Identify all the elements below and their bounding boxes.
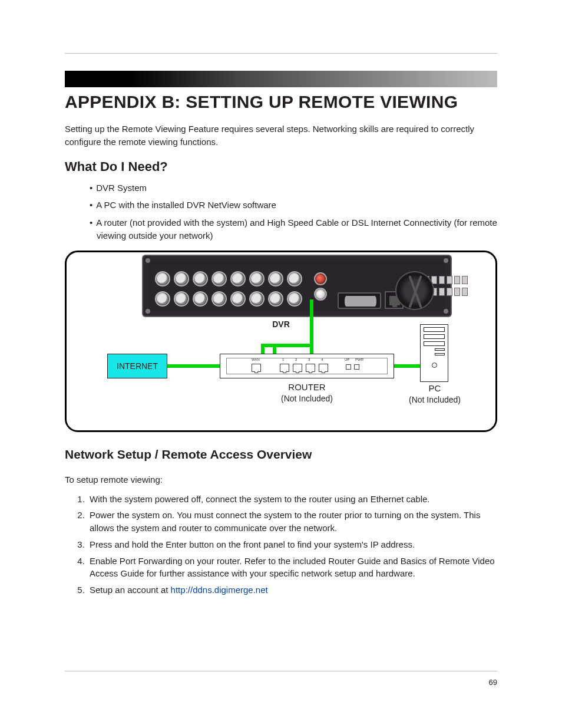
ethernet-cable xyxy=(310,299,313,358)
dvr-unit xyxy=(143,256,451,316)
led-icon xyxy=(354,364,359,370)
router-led-label: UP xyxy=(345,358,349,361)
vga-port xyxy=(345,296,376,307)
page-number: 69 xyxy=(489,678,497,687)
pc-drive-bay xyxy=(424,341,445,346)
bnc-port xyxy=(230,291,246,307)
rca-white xyxy=(314,288,327,301)
appendix-title: APPENDIX B: SETTING UP REMOTE VIEWING xyxy=(65,92,497,112)
rca-red xyxy=(314,272,327,285)
bottom-rule xyxy=(65,671,497,671)
pc-label: PC xyxy=(396,383,473,393)
network-diagram: DVR INTERNET WAN 1 2 xyxy=(65,251,497,432)
bnc-port xyxy=(211,291,227,307)
router-lan-port xyxy=(306,364,315,372)
router-faceplate: WAN 1 2 3 4 UP PWR xyxy=(226,358,388,374)
overview-heading: Network Setup / Remote Access Overview xyxy=(65,447,497,462)
router-port-label: 4 xyxy=(321,358,323,361)
top-rule xyxy=(65,53,497,54)
setup-steps: With the system powered off, connect the… xyxy=(65,493,497,597)
router-lan-port xyxy=(280,364,289,372)
list-item: A PC with the installed DVR NetView soft… xyxy=(90,199,497,212)
router-leds xyxy=(346,364,359,370)
page-content: APPENDIX B: SETTING UP REMOTE VIEWING Se… xyxy=(65,71,497,597)
ddns-link[interactable]: http://ddns.digimerge.net xyxy=(171,585,268,595)
overview-lead: To setup remote viewing: xyxy=(65,475,497,485)
heading-gradient-bar xyxy=(65,71,497,87)
dvr-fan-icon xyxy=(395,271,434,310)
step5-prefix: Setup an account at xyxy=(90,585,171,595)
router-lan-port xyxy=(293,364,302,372)
pc-floppy-bay xyxy=(435,348,445,351)
list-item: Press and hold the Enter button on the f… xyxy=(87,538,497,551)
router-port-label: 2 xyxy=(295,358,297,361)
router-port-label: 3 xyxy=(308,358,310,361)
bnc-port xyxy=(193,291,208,307)
what-do-i-need-heading: What Do I Need? xyxy=(65,159,497,174)
internet-box: INTERNET xyxy=(107,354,167,378)
list-item: Enable Port Forwarding on your router. R… xyxy=(87,555,497,581)
pc-tower xyxy=(420,324,448,382)
internet-label: INTERNET xyxy=(117,361,158,371)
router-label: ROUTER xyxy=(220,382,394,392)
list-item: DVR System xyxy=(90,182,497,195)
bnc-port xyxy=(155,271,170,286)
bnc-port xyxy=(268,271,283,286)
diagram-frame: DVR INTERNET WAN 1 2 xyxy=(65,251,497,432)
list-item: A router (not provided with the system) … xyxy=(90,216,497,242)
dvr-bnc-ports xyxy=(155,270,308,310)
list-item: With the system powered off, connect the… xyxy=(87,493,497,506)
screw-icon xyxy=(146,258,150,263)
dvr-audio-ports xyxy=(314,270,327,303)
list-item: Power the system on. You must connect th… xyxy=(87,509,497,535)
bnc-port xyxy=(287,291,302,307)
dvr-backplate xyxy=(149,261,445,311)
ethernet-cable xyxy=(167,364,223,368)
led-icon xyxy=(346,364,351,370)
router-wan-port xyxy=(252,364,261,372)
bnc-port xyxy=(193,271,208,286)
pc-power-button-icon xyxy=(432,363,437,368)
list-item: Setup an account at http://ddns.digimerg… xyxy=(87,584,497,597)
screw-icon xyxy=(146,309,150,314)
pc-drive-bay xyxy=(424,327,445,332)
bnc-port xyxy=(249,291,265,307)
ethernet-cable xyxy=(261,344,313,347)
pc-drive-bay xyxy=(424,334,445,339)
router: WAN 1 2 3 4 UP PWR xyxy=(220,354,394,378)
router-sublabel: (Not Included) xyxy=(220,394,394,403)
bnc-port xyxy=(155,291,170,307)
dvr-vga-area xyxy=(338,292,381,309)
bnc-port xyxy=(174,271,189,286)
bnc-port xyxy=(287,271,302,286)
manual-page: APPENDIX B: SETTING UP REMOTE VIEWING Se… xyxy=(0,0,562,728)
bnc-port xyxy=(249,271,265,286)
router-port-label: WAN xyxy=(252,358,260,361)
router-port-label: 1 xyxy=(282,358,284,361)
pc-sublabel: (Not Included) xyxy=(396,395,473,404)
screw-icon xyxy=(444,309,448,314)
screw-icon xyxy=(444,258,448,263)
router-led-label: PWR xyxy=(355,358,363,361)
bnc-port xyxy=(230,271,246,286)
bnc-port xyxy=(174,291,189,307)
bnc-port xyxy=(211,271,227,286)
bnc-port xyxy=(268,291,283,307)
router-lan-port xyxy=(319,364,328,372)
intro-paragraph: Setting up the Remote Viewing Feature re… xyxy=(65,123,497,149)
need-list: DVR System A PC with the installed DVR N… xyxy=(65,182,497,242)
pc-floppy-bay xyxy=(435,353,445,355)
